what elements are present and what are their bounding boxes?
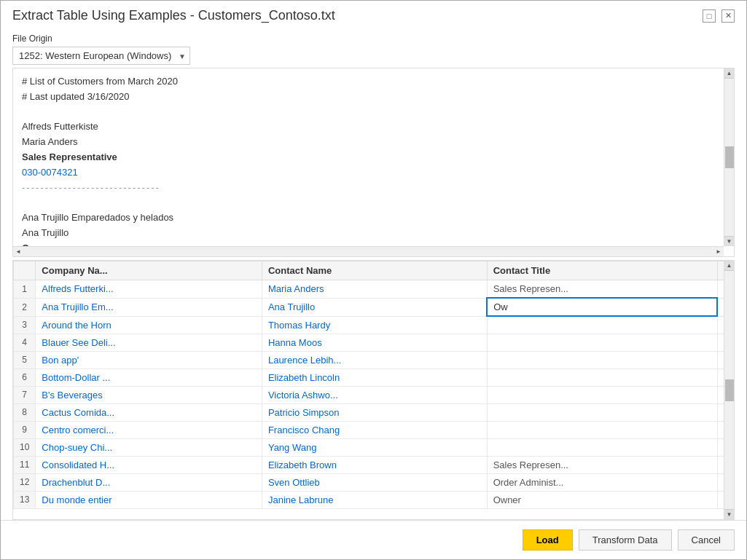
file-origin-label: File Origin <box>12 33 735 44</box>
contact-title-cell[interactable]: Owner <box>487 491 717 508</box>
preview-line: ------------------------------ <box>22 181 725 196</box>
contact-name-cell[interactable]: Elizabeth Lincoln <box>262 368 487 386</box>
transform-data-button[interactable]: Transform Data <box>579 529 672 551</box>
table-section: Company Na... Contact Name Contact Title… <box>12 260 735 520</box>
contact-name-cell[interactable]: Francisco Chang <box>262 421 487 438</box>
table-row: 6 Bottom-Dollar ... Elizabeth Lincoln <box>14 368 734 386</box>
row-num: 11 <box>14 456 36 473</box>
col-header-company[interactable]: Company Na... <box>36 261 262 280</box>
contact-name-cell[interactable]: Hanna Moos <box>262 334 487 351</box>
contact-name-cell[interactable]: Sven Ottlieb <box>262 473 487 491</box>
contact-title-cell[interactable] <box>487 368 717 386</box>
company-cell[interactable]: B's Beverages <box>36 386 262 403</box>
minimize-button[interactable]: □ <box>703 9 716 23</box>
company-cell[interactable]: Blauer See Deli... <box>36 334 262 351</box>
scroll-up-btn[interactable]: ▲ <box>724 68 735 79</box>
col-header-contact-title[interactable]: Contact Title <box>487 261 717 280</box>
file-origin-section: File Origin 1252: Western European (Wind… <box>1 28 746 68</box>
row-num: 4 <box>14 334 36 351</box>
load-button[interactable]: Load <box>523 529 573 551</box>
preview-hscrollbar[interactable]: ◄ ► <box>13 246 724 256</box>
row-num: 12 <box>14 473 36 491</box>
scroll-thumb <box>725 146 734 168</box>
table-vscrollbar[interactable]: ▲ ▼ <box>724 261 734 519</box>
contact-title-cell[interactable] <box>487 438 717 456</box>
company-cell[interactable]: Alfreds Futterki... <box>36 280 262 299</box>
table-row: 7 B's Beverages Victoria Ashwo... <box>14 386 734 403</box>
contact-name-cell[interactable]: Yang Wang <box>262 438 487 456</box>
contact-title-input[interactable] <box>493 301 537 312</box>
contact-title-cell[interactable]: Order Administ... <box>487 473 717 491</box>
company-cell[interactable]: Centro comerci... <box>36 421 262 438</box>
title-controls: □ ✕ <box>703 9 735 23</box>
row-num: 3 <box>14 316 36 334</box>
company-cell[interactable]: Consolidated H... <box>36 456 262 473</box>
contact-name-cell[interactable]: Elizabeth Brown <box>262 456 487 473</box>
preview-line: Ana Trujillo Emparedados y helados <box>22 210 725 226</box>
contact-name-cell[interactable]: Ana Trujillo <box>262 298 487 316</box>
contact-name-cell[interactable]: Laurence Lebih... <box>262 351 487 368</box>
scroll-left-btn[interactable]: ◄ <box>13 247 23 257</box>
contact-title-cell[interactable]: Sales Represen... <box>487 456 717 473</box>
table-scroll-up-btn[interactable]: ▲ <box>724 261 735 271</box>
company-cell[interactable]: Cactus Comida... <box>36 403 262 421</box>
row-num: 10 <box>14 438 36 456</box>
table-container[interactable]: Company Na... Contact Name Contact Title… <box>13 261 734 519</box>
company-cell[interactable]: Bon app' <box>36 351 262 368</box>
preview-line: Alfreds Futterkiste <box>22 119 725 135</box>
preview-line: # Last updated 3/16/2020 <box>22 90 725 105</box>
table-row: 2 Ana Trujillo Em... Ana Trujillo <box>14 298 734 316</box>
table-row: 3 Around the Horn Thomas Hardy <box>14 316 734 334</box>
preview-area: # List of Customers from March 2020 # La… <box>12 68 735 257</box>
col-header-contact-name[interactable]: Contact Name <box>262 261 487 280</box>
company-cell[interactable]: Drachenblut D... <box>36 473 262 491</box>
row-num: 8 <box>14 403 36 421</box>
contact-title-cell[interactable] <box>487 334 717 351</box>
preview-line <box>22 105 725 120</box>
close-button[interactable]: ✕ <box>721 9 735 23</box>
footer: Load Transform Data Cancel <box>1 520 746 559</box>
table-scroll-thumb <box>725 379 734 401</box>
contact-title-cell[interactable] <box>487 316 717 334</box>
contact-title-cell[interactable] <box>487 421 717 438</box>
contact-title-cell[interactable]: Sales Represen... <box>487 280 717 299</box>
company-cell[interactable]: Du monde entier <box>36 491 262 508</box>
col-header-rownum <box>14 261 36 280</box>
contact-name-cell[interactable]: Janine Labrune <box>262 491 487 508</box>
preview-line: # List of Customers from March 2020 <box>22 74 725 90</box>
table-row: 11 Consolidated H... Elizabeth Brown Sal… <box>14 456 734 473</box>
preview-scroll[interactable]: # List of Customers from March 2020 # La… <box>13 68 734 256</box>
dialog-title: Extract Table Using Examples - Customers… <box>12 8 335 23</box>
row-num: 5 <box>14 351 36 368</box>
row-num: 1 <box>14 280 36 299</box>
preview-line <box>22 195 725 210</box>
table-row: 10 Chop-suey Chi... Yang Wang <box>14 438 734 456</box>
contact-name-cell[interactable]: Victoria Ashwo... <box>262 386 487 403</box>
contact-title-cell[interactable] <box>487 351 717 368</box>
contact-name-cell[interactable]: Maria Anders <box>262 280 487 299</box>
preview-vscrollbar[interactable]: ▲ ▼ <box>724 68 734 246</box>
cancel-button[interactable]: Cancel <box>678 529 735 551</box>
preview-line: 030-0074321 <box>22 165 725 181</box>
contact-title-cell[interactable] <box>487 403 717 421</box>
contact-name-cell[interactable]: Thomas Hardy <box>262 316 487 334</box>
file-origin-select[interactable]: 1252: Western European (Windows) UTF-8 U… <box>12 47 190 65</box>
preview-line: Sales Representative <box>22 150 725 165</box>
preview-line: Ana Trujillo <box>22 226 725 241</box>
title-bar: Extract Table Using Examples - Customers… <box>1 1 746 28</box>
scroll-right-btn[interactable]: ► <box>713 247 724 257</box>
row-num: 6 <box>14 368 36 386</box>
table-row: 12 Drachenblut D... Sven Ottlieb Order A… <box>14 473 734 491</box>
contact-title-cell[interactable] <box>487 386 717 403</box>
row-num: 9 <box>14 421 36 438</box>
table-row: 4 Blauer See Deli... Hanna Moos <box>14 334 734 351</box>
company-cell[interactable]: Around the Horn <box>36 316 262 334</box>
contact-name-cell[interactable]: Patricio Simpson <box>262 403 487 421</box>
table-scroll-down-btn[interactable]: ▼ <box>724 509 735 519</box>
contact-title-cell-editing[interactable] <box>487 298 717 316</box>
company-cell[interactable]: Chop-suey Chi... <box>36 438 262 456</box>
scroll-down-btn[interactable]: ▼ <box>724 236 735 246</box>
company-cell[interactable]: Bottom-Dollar ... <box>36 368 262 386</box>
company-cell[interactable]: Ana Trujillo Em... <box>36 298 262 316</box>
table-row: 8 Cactus Comida... Patricio Simpson <box>14 403 734 421</box>
